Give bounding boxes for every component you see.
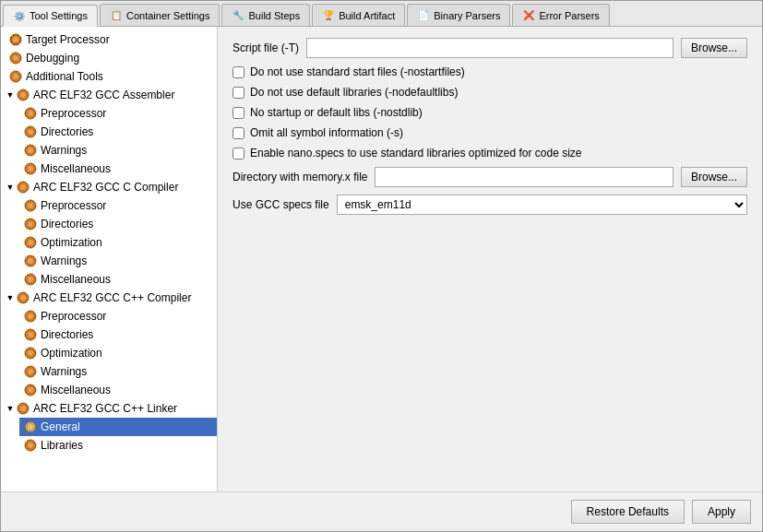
sidebar-group-assembler[interactable]: ▼ ARC ELF32 GCC Assembler	[1, 86, 217, 104]
c-warnings-icon	[23, 254, 38, 268]
debugging-icon	[8, 51, 23, 65]
sidebar-item-cpp-warnings[interactable]: Warnings	[19, 362, 217, 381]
nodefaultlibs-checkbox[interactable]	[232, 87, 244, 99]
tab-build-steps[interactable]: 🔧 Build Steps	[221, 4, 310, 26]
tab-tool-settings[interactable]: ⚙️ Tool Settings	[3, 5, 98, 27]
checkbox-nodefaultlibs: Do not use default libraries (-nodefault…	[232, 86, 747, 99]
svg-rect-3	[17, 34, 18, 36]
cpp-compiler-expand-arrow: ▼	[5, 293, 16, 302]
tab-error-parsers[interactable]: ❌ Error Parsers	[512, 4, 609, 26]
assembler-group-icon	[16, 88, 30, 102]
svg-point-25	[20, 184, 26, 190]
svg-point-11	[13, 55, 18, 61]
svg-point-45	[28, 369, 33, 374]
sidebar-item-cpp-optimization[interactable]: Optimization	[19, 344, 217, 362]
build-steps-icon: 🔧	[232, 9, 244, 22]
tool-settings-icon: ⚙️	[13, 9, 26, 22]
svg-rect-6	[10, 37, 12, 39]
tab-build-artifact[interactable]: 🏆 Build Artifact	[312, 4, 405, 26]
sidebar-item-linker-general[interactable]: General	[19, 418, 217, 436]
svg-point-13	[13, 74, 18, 79]
nanospec-checkbox[interactable]	[232, 148, 244, 160]
svg-point-27	[28, 203, 33, 208]
sidebar-group-cpp-linker[interactable]: ▼ ARC ELF32 GCC C++ Linker	[1, 399, 217, 418]
sidebar-item-cpp-preprocessor[interactable]: Preprocessor	[19, 307, 217, 325]
c-compiler-expand-arrow: ▼	[5, 183, 16, 192]
dir-memoryx-row: Directory with memory.x file Browse...	[232, 167, 747, 187]
sidebar-item-target-processor[interactable]: Target Processor	[1, 30, 217, 49]
apply-button[interactable]: Apply	[692, 500, 751, 524]
svg-rect-5	[17, 43, 18, 45]
sidebar-item-c-miscellaneous[interactable]: Miscellaneous	[19, 270, 217, 289]
tab-container-settings[interactable]: 📋 Container Settings	[100, 4, 221, 26]
cpp-compiler-children: Preprocessor Directories Optimization	[1, 307, 217, 399]
sidebar-item-assembler-preprocessor[interactable]: Preprocessor	[19, 104, 217, 123]
script-file-browse-button[interactable]: Browse...	[681, 38, 747, 58]
tab-bar: ⚙️ Tool Settings 📋 Container Settings 🔧 …	[1, 1, 762, 27]
c-compiler-group-icon	[16, 180, 30, 195]
sidebar-item-c-preprocessor[interactable]: Preprocessor	[19, 196, 217, 215]
sidebar-item-cpp-directories[interactable]: Directories	[19, 325, 217, 344]
error-parsers-icon: ❌	[522, 9, 535, 22]
sidebar-item-linker-libraries[interactable]: Libraries	[19, 436, 217, 455]
script-file-row: Script file (-T) Browse...	[232, 38, 747, 58]
sidebar-item-assembler-warnings[interactable]: Warnings	[19, 141, 217, 160]
script-file-label: Script file (-T)	[232, 41, 299, 54]
svg-point-21	[28, 148, 33, 153]
additional-tools-icon	[8, 69, 23, 84]
assembler-children: Preprocessor Directories Warnings	[1, 104, 217, 178]
gcc-specs-label: Use GCC specs file	[232, 198, 329, 211]
assembler-warnings-icon	[23, 143, 38, 158]
svg-point-19	[28, 129, 33, 135]
svg-point-1	[13, 37, 18, 42]
nostartfiles-checkbox[interactable]	[232, 66, 244, 78]
sidebar-item-additional-tools[interactable]: Additional Tools	[1, 67, 217, 86]
svg-point-35	[28, 277, 33, 282]
bottom-bar: Restore Defaults Apply	[1, 491, 762, 531]
svg-point-53	[28, 443, 33, 448]
right-panel: Script file (-T) Browse... Do not use st…	[218, 27, 762, 491]
tab-binary-parsers[interactable]: 📄 Binary Parsers	[407, 4, 510, 26]
svg-point-23	[28, 166, 33, 171]
svg-point-29	[28, 221, 33, 227]
c-preprocessor-icon	[23, 198, 38, 213]
cpp-linker-children: General Libraries	[1, 418, 217, 455]
checkbox-strip-all: Omit all symbol information (-s)	[232, 126, 747, 139]
dir-memoryx-input[interactable]	[375, 167, 674, 187]
restore-defaults-button[interactable]: Restore Defaults	[571, 500, 685, 524]
binary-parsers-icon: 📄	[417, 9, 430, 22]
svg-rect-8	[10, 41, 12, 42]
assembler-expand-arrow: ▼	[5, 90, 16, 100]
cpp-warnings-icon	[23, 364, 38, 379]
sidebar-item-debugging[interactable]: Debugging	[1, 49, 217, 67]
svg-point-47	[28, 387, 33, 393]
cpp-directories-icon	[23, 327, 38, 342]
svg-rect-9	[19, 41, 21, 42]
svg-rect-2	[13, 34, 15, 36]
svg-point-41	[28, 332, 33, 337]
c-directories-icon	[23, 217, 38, 231]
c-optimization-icon	[23, 235, 38, 250]
sidebar-item-assembler-miscellaneous[interactable]: Miscellaneous	[19, 160, 217, 178]
linker-libraries-icon	[23, 438, 38, 453]
sidebar-item-cpp-miscellaneous[interactable]: Miscellaneous	[19, 381, 217, 399]
sidebar-item-assembler-directories[interactable]: Directories	[19, 123, 217, 141]
strip-all-checkbox[interactable]	[232, 127, 244, 139]
linker-general-icon	[23, 420, 38, 434]
sidebar-tree: Target Processor Debugging Additional To…	[1, 27, 218, 491]
container-settings-icon: 📋	[110, 9, 123, 22]
sidebar-item-c-optimization[interactable]: Optimization	[19, 233, 217, 252]
svg-point-31	[28, 240, 33, 245]
checkbox-nanospec: Enable nano.specs to use standard librar…	[232, 147, 747, 160]
dir-memoryx-browse-button[interactable]: Browse...	[681, 167, 747, 187]
svg-point-49	[20, 406, 26, 411]
script-file-input[interactable]	[306, 38, 674, 58]
sidebar-group-cpp-compiler[interactable]: ▼ ARC ELF32 GCC C++ Compiler	[1, 289, 217, 307]
sidebar-item-c-directories[interactable]: Directories	[19, 215, 217, 233]
sidebar-item-c-warnings[interactable]: Warnings	[19, 252, 217, 270]
cpp-linker-expand-arrow: ▼	[5, 404, 16, 413]
sidebar-group-c-compiler[interactable]: ▼ ARC ELF32 GCC C Compiler	[1, 178, 217, 196]
gcc-specs-select[interactable]: emsk_em11d emsk_em9d emsk_em7d custom	[337, 195, 747, 215]
cpp-compiler-group-icon	[16, 290, 30, 305]
nostdlib-checkbox[interactable]	[232, 107, 244, 119]
